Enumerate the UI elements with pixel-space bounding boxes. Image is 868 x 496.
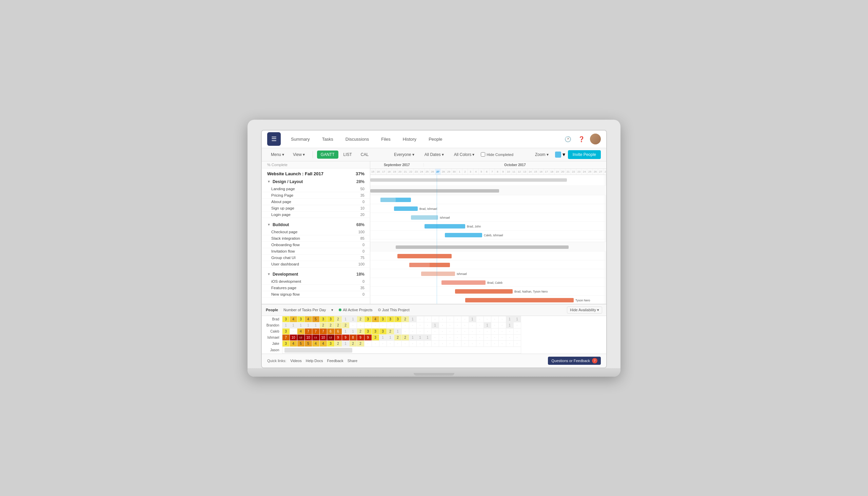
footer: Quick links: Videos Help Docs Feedback S… xyxy=(262,354,606,368)
feedback-button[interactable]: Questions or Feedback 7 xyxy=(548,357,601,365)
task-row[interactable]: iOS development 0 xyxy=(262,278,370,285)
gantt-task-row: Ishmael xyxy=(370,213,606,222)
people-header: People Number of Tasks Per Day ▾ All Act… xyxy=(262,305,606,316)
clock-icon[interactable]: 🕐 xyxy=(563,134,573,144)
filter-dates[interactable]: All Dates ▾ xyxy=(421,151,448,159)
group-design-layout[interactable]: ▼ Design / Layout 28% xyxy=(262,177,370,186)
people-row-ishmael: Ishmael 71012101110129989931122111······… xyxy=(262,334,521,340)
project-title: Website Launch : Fall 2017 xyxy=(267,171,324,176)
person-name: Jason xyxy=(262,346,282,353)
group-percent: 28% xyxy=(356,179,365,184)
gantt-body: .gr { height:26px; position:relative; bo… xyxy=(370,175,606,304)
gantt-task-row: Brad, John xyxy=(370,222,606,231)
tab-people[interactable]: People xyxy=(424,135,447,144)
task-row[interactable]: Sign up page 10 xyxy=(262,205,370,212)
person-name: Caleb xyxy=(262,328,282,334)
task-row[interactable]: Group chat UI 75 xyxy=(262,254,370,261)
task-row[interactable]: Pricing Page 35 xyxy=(262,192,370,199)
hide-availability-button[interactable]: Hide Availability ▾ xyxy=(567,307,602,314)
people-row-jason: Jason xyxy=(262,346,521,353)
help-icon[interactable]: ❓ xyxy=(576,134,587,144)
menu-button[interactable]: Menu ▾ xyxy=(267,151,288,159)
group-name: Design / Layout xyxy=(273,179,303,184)
task-row[interactable]: Invitation flow 0 xyxy=(262,248,370,254)
people-table: Brad 343453321123433321·······1····11 Br… xyxy=(262,316,521,354)
task-row[interactable]: Login page 20 xyxy=(262,212,370,218)
toolbar: Menu ▾ View ▾ GANTT LIST CAL Everyone ▾ … xyxy=(262,148,606,161)
group-buildout[interactable]: ▼ Buildout 68% xyxy=(262,221,370,229)
radio-this-project xyxy=(378,309,381,311)
collapse-icon: ▼ xyxy=(267,223,270,227)
tab-files[interactable]: Files xyxy=(376,135,395,144)
gantt-task-row xyxy=(370,251,606,260)
footer-link-help-docs[interactable]: Help Docs xyxy=(306,359,323,363)
collapse-icon: ▼ xyxy=(267,180,270,183)
people-section: People Number of Tasks Per Day ▾ All Act… xyxy=(262,304,606,354)
gantt-task-row: Brad, Ishmael xyxy=(370,204,606,213)
gantt-task-row: Brad, Nathan, Tyson Nero xyxy=(370,287,606,296)
app-header: ☰ Summary Tasks Discussions Files Histor… xyxy=(262,130,606,148)
footer-link-feedback[interactable]: Feedback xyxy=(327,359,343,363)
person-name: Jake xyxy=(262,340,282,346)
tab-summary[interactable]: Summary xyxy=(286,135,315,144)
gantt-day-header: .gd { width:16px; font-size:8px; color:#… xyxy=(370,169,606,175)
group-percent: 68% xyxy=(356,222,365,227)
footer-link-share[interactable]: Share xyxy=(347,359,357,363)
task-row[interactable]: Features page 35 xyxy=(262,285,370,291)
gantt-project-row xyxy=(370,175,606,186)
view-button[interactable]: View ▾ xyxy=(289,151,309,159)
filter-everyone[interactable]: Everyone ▾ xyxy=(390,151,418,159)
task-row[interactable]: New signup flow 0 xyxy=(262,291,370,298)
header-right: 🕐 ❓ xyxy=(563,134,601,144)
gantt-task-row: Caleb, Ishmael xyxy=(370,231,606,239)
collapse-icon: ▼ xyxy=(267,272,270,276)
this-project-option[interactable]: Just This Project xyxy=(378,308,409,312)
app-logo[interactable]: ☰ xyxy=(267,132,281,146)
group-percent: 18% xyxy=(356,272,365,277)
all-projects-option[interactable]: All Active Projects xyxy=(339,308,372,312)
feedback-count: 7 xyxy=(592,358,598,363)
task-row[interactable]: User dashboard 100 xyxy=(262,261,370,267)
people-label: People xyxy=(266,308,278,312)
view-controls: Menu ▾ View ▾ xyxy=(267,151,309,159)
footer-link-videos[interactable]: Videos xyxy=(290,359,301,363)
cal-button[interactable]: CAL xyxy=(357,151,372,159)
today-line xyxy=(437,175,437,304)
task-row[interactable]: Checkout page 100 xyxy=(262,229,370,235)
hide-completed-label[interactable]: Hide Completed xyxy=(481,152,513,157)
people-row-jake: Jake 34554432122····················· xyxy=(262,340,521,346)
user-avatar[interactable] xyxy=(590,134,601,144)
people-row-brandon: Brandon 111112222···········1······1··1· xyxy=(262,322,521,328)
gantt-task-row xyxy=(370,195,606,204)
radio-all-projects xyxy=(339,309,341,311)
project-percent: 37% xyxy=(356,171,365,176)
zoom-button[interactable]: Zoom ▾ xyxy=(531,151,552,159)
filter-colors[interactable]: All Colors ▾ xyxy=(450,151,478,159)
project-title-row[interactable]: Website Launch : Fall 2017 37% xyxy=(262,169,370,177)
gantt-group-row xyxy=(370,242,606,251)
gantt-button[interactable]: GANTT xyxy=(317,151,338,159)
gantt-list-cal: GANTT LIST CAL xyxy=(317,151,372,159)
group-name: Development xyxy=(273,272,298,277)
task-row[interactable]: Slack integration 85 xyxy=(262,235,370,242)
list-button[interactable]: LIST xyxy=(340,151,356,159)
quick-links-label: Quick links: xyxy=(267,359,286,363)
gantt-task-row: Tyson Nero xyxy=(370,296,606,304)
hide-completed-checkbox[interactable] xyxy=(481,152,485,157)
task-row[interactable]: About page 0 xyxy=(262,199,370,205)
main-nav: Summary Tasks Discussions Files History … xyxy=(286,135,563,144)
tab-discussions[interactable]: Discussions xyxy=(341,135,374,144)
person-name: Brad xyxy=(262,316,282,322)
task-list-header: % Complete xyxy=(262,161,370,169)
people-row-caleb: Caleb 3·47776611233321················ xyxy=(262,328,521,334)
tab-history[interactable]: History xyxy=(398,135,421,144)
invite-people-button[interactable]: Invite People xyxy=(568,150,601,159)
tab-tasks[interactable]: Tasks xyxy=(317,135,338,144)
divider-1 xyxy=(313,151,313,158)
group-development[interactable]: ▼ Development 18% xyxy=(262,270,370,278)
task-row[interactable]: Onboarding flow 0 xyxy=(262,242,370,248)
tasks-per-day-label: Number of Tasks Per Day xyxy=(283,308,326,312)
laptop-notch xyxy=(414,373,454,376)
people-grid: Brad 343453321123433321·······1····11 Br… xyxy=(262,316,606,354)
task-row[interactable]: Landing page 50 xyxy=(262,186,370,192)
